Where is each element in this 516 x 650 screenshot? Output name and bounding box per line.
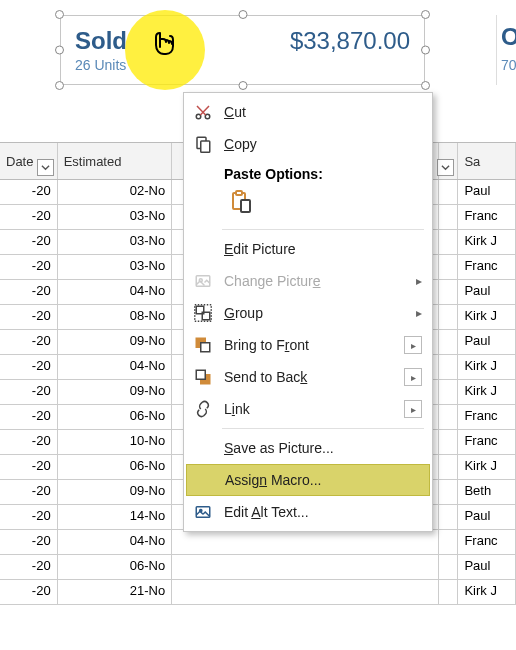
- menu-copy[interactable]: Copy: [184, 128, 432, 160]
- cell-c0[interactable]: -20: [0, 355, 58, 379]
- table-row[interactable]: -2021-NoKirk J: [0, 580, 516, 605]
- cell-c3[interactable]: [439, 305, 459, 329]
- cell-c4[interactable]: Kirk J: [458, 380, 516, 404]
- kpi-card-sold[interactable]: Sold $33,870.00 26 Units: [55, 10, 430, 90]
- filter-button-date[interactable]: [37, 159, 54, 176]
- cell-c0[interactable]: -20: [0, 580, 58, 604]
- col-date[interactable]: Date: [0, 143, 58, 179]
- submenu-arrow-icon[interactable]: ▸: [404, 336, 422, 354]
- cell-c1[interactable]: 04-No: [58, 355, 173, 379]
- cell-c1[interactable]: 10-No: [58, 430, 173, 454]
- cell-c0[interactable]: -20: [0, 230, 58, 254]
- cell-c1[interactable]: 06-No: [58, 405, 173, 429]
- cell-c4[interactable]: Paul: [458, 330, 516, 354]
- cell-c3[interactable]: [439, 580, 459, 604]
- cell-c4[interactable]: Franc: [458, 430, 516, 454]
- table-row[interactable]: -2006-NoPaul: [0, 555, 516, 580]
- resize-handle-br[interactable]: [421, 81, 430, 90]
- cell-c1[interactable]: 09-No: [58, 480, 173, 504]
- cell-c3[interactable]: [439, 280, 459, 304]
- cell-c3[interactable]: [439, 505, 459, 529]
- cell-c0[interactable]: -20: [0, 280, 58, 304]
- cell-c0[interactable]: -20: [0, 255, 58, 279]
- cell-c2[interactable]: [172, 580, 439, 604]
- cell-c0[interactable]: -20: [0, 305, 58, 329]
- cell-c3[interactable]: [439, 355, 459, 379]
- menu-link[interactable]: Link ▸: [184, 393, 432, 425]
- submenu-arrow-icon[interactable]: ▸: [404, 368, 422, 386]
- cell-c1[interactable]: 04-No: [58, 530, 173, 554]
- cell-c1[interactable]: 21-No: [58, 580, 173, 604]
- cell-c0[interactable]: -20: [0, 555, 58, 579]
- cell-c2[interactable]: [172, 530, 439, 554]
- cell-c3[interactable]: [439, 255, 459, 279]
- cell-c0[interactable]: -20: [0, 430, 58, 454]
- cell-c4[interactable]: Kirk J: [458, 355, 516, 379]
- cell-c4[interactable]: Kirk J: [458, 230, 516, 254]
- cell-c3[interactable]: [439, 480, 459, 504]
- cell-c0[interactable]: -20: [0, 205, 58, 229]
- filter-button-y[interactable]: [437, 159, 454, 176]
- cell-c4[interactable]: Paul: [458, 180, 516, 204]
- resize-handle-tr[interactable]: [421, 10, 430, 19]
- cell-c3[interactable]: [439, 380, 459, 404]
- resize-handle-tm[interactable]: [238, 10, 247, 19]
- cell-c1[interactable]: 03-No: [58, 230, 173, 254]
- cell-c4[interactable]: Franc: [458, 255, 516, 279]
- col-estimated[interactable]: Estimated: [58, 143, 173, 179]
- cell-c0[interactable]: -20: [0, 480, 58, 504]
- table-row[interactable]: -2004-NoFranc: [0, 530, 516, 555]
- cell-c1[interactable]: 09-No: [58, 330, 173, 354]
- cell-c1[interactable]: 09-No: [58, 380, 173, 404]
- cell-c1[interactable]: 06-No: [58, 455, 173, 479]
- cell-c1[interactable]: 03-No: [58, 255, 173, 279]
- cell-c3[interactable]: [439, 230, 459, 254]
- cell-c4[interactable]: Paul: [458, 505, 516, 529]
- cell-c4[interactable]: Beth: [458, 480, 516, 504]
- submenu-arrow-icon[interactable]: ▸: [404, 400, 422, 418]
- cell-c1[interactable]: 04-No: [58, 280, 173, 304]
- menu-assign-macro[interactable]: Assign Macro...: [186, 464, 430, 496]
- cell-c0[interactable]: -20: [0, 330, 58, 354]
- cell-c4[interactable]: Paul: [458, 555, 516, 579]
- col-sales[interactable]: Sa: [458, 143, 516, 179]
- resize-handle-bl[interactable]: [55, 81, 64, 90]
- cell-c0[interactable]: -20: [0, 505, 58, 529]
- cell-c0[interactable]: -20: [0, 380, 58, 404]
- menu-edit-picture[interactable]: Edit Picture: [184, 233, 432, 265]
- cell-c4[interactable]: Franc: [458, 405, 516, 429]
- cell-c4[interactable]: Franc: [458, 530, 516, 554]
- resize-handle-tl[interactable]: [55, 10, 64, 19]
- cell-c0[interactable]: -20: [0, 405, 58, 429]
- cell-c3[interactable]: [439, 555, 459, 579]
- menu-cut[interactable]: CuCutt: [184, 96, 432, 128]
- menu-group[interactable]: Group ▸: [184, 297, 432, 329]
- cell-c1[interactable]: 02-No: [58, 180, 173, 204]
- cell-c3[interactable]: [439, 180, 459, 204]
- cell-c4[interactable]: Kirk J: [458, 305, 516, 329]
- cell-c1[interactable]: 06-No: [58, 555, 173, 579]
- cell-c2[interactable]: [172, 555, 439, 579]
- menu-edit-alt-text[interactable]: Edit Alt Text...: [184, 496, 432, 528]
- menu-bring-to-front[interactable]: Bring to Front ▸: [184, 329, 432, 361]
- cell-c4[interactable]: Paul: [458, 280, 516, 304]
- cell-c3[interactable]: [439, 205, 459, 229]
- cell-c1[interactable]: 08-No: [58, 305, 173, 329]
- cell-c4[interactable]: Kirk J: [458, 580, 516, 604]
- resize-handle-mr[interactable]: [421, 46, 430, 55]
- kpi-card-body[interactable]: Sold $33,870.00 26 Units: [60, 15, 425, 85]
- cell-c3[interactable]: [439, 430, 459, 454]
- cell-c1[interactable]: 03-No: [58, 205, 173, 229]
- cell-c4[interactable]: Franc: [458, 205, 516, 229]
- menu-send-to-back[interactable]: Send to Back ▸: [184, 361, 432, 393]
- cell-c3[interactable]: [439, 530, 459, 554]
- menu-save-as-picture[interactable]: Save as Picture...: [184, 432, 432, 464]
- paste-icon[interactable]: [224, 195, 258, 222]
- cell-c3[interactable]: [439, 405, 459, 429]
- resize-handle-bm[interactable]: [238, 81, 247, 90]
- cell-c0[interactable]: -20: [0, 455, 58, 479]
- cell-c3[interactable]: [439, 455, 459, 479]
- cell-c3[interactable]: [439, 330, 459, 354]
- col-y[interactable]: y: [439, 143, 459, 179]
- cell-c1[interactable]: 14-No: [58, 505, 173, 529]
